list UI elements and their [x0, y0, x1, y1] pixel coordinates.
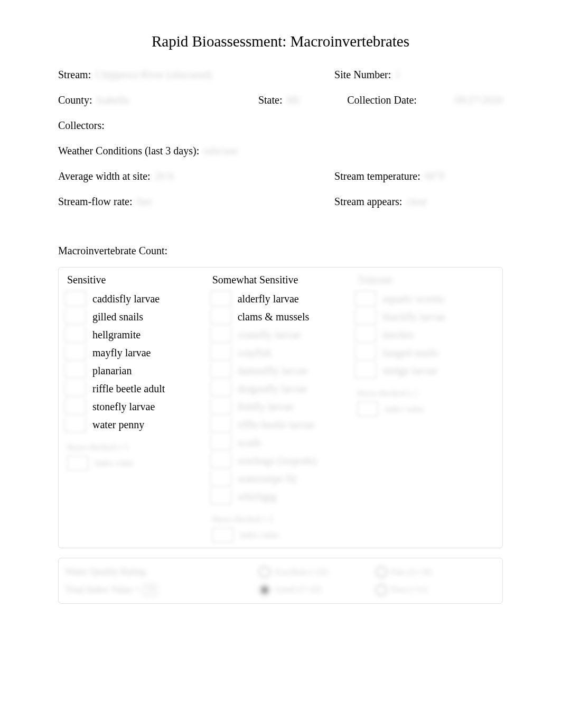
species-count-box[interactable]	[210, 363, 231, 379]
species-name: riffle beetle adult	[92, 382, 165, 395]
species-count-box[interactable]	[210, 471, 231, 486]
species-row: riffle beetle adult	[65, 381, 206, 397]
species-count-box[interactable]	[65, 345, 86, 361]
species-count-box[interactable]	[210, 381, 231, 397]
tolerant-column: Tolerant aquatic wormsblackfly larvaelee…	[353, 273, 498, 543]
header-fields: Stream: Chippewa River (obscured) Site N…	[26, 68, 535, 231]
species-count-box[interactable]	[210, 399, 231, 414]
species-count-box[interactable]	[210, 417, 231, 432]
radio-fair[interactable]	[376, 566, 387, 578]
species-count-box[interactable]	[65, 327, 86, 343]
species-count-box[interactable]	[355, 291, 376, 307]
species-row: dragonfly larvae	[210, 381, 351, 397]
radio-good[interactable]	[259, 584, 270, 596]
species-count-box[interactable]	[65, 363, 86, 379]
radio-poor[interactable]	[376, 584, 387, 596]
collectors-label: Collectors:	[58, 118, 105, 132]
species-count-box[interactable]	[65, 399, 86, 414]
species-name: gilled snails	[92, 310, 143, 324]
somewhat-list: alderfly larvaeclams & musselscranefly l…	[210, 291, 351, 504]
species-count-box[interactable]	[65, 309, 86, 325]
species-count-box[interactable]	[210, 345, 231, 361]
species-name: whirligig	[238, 490, 276, 503]
species-row: mayfly larvae	[65, 345, 206, 361]
species-row: water penny	[65, 417, 206, 432]
species-count-box[interactable]	[65, 417, 86, 432]
species-count-box[interactable]	[210, 327, 231, 343]
species-name: midge larvae	[382, 364, 437, 377]
species-count-box[interactable]	[355, 345, 376, 361]
species-row: planarian	[65, 363, 206, 379]
radio-excellent[interactable]	[259, 566, 270, 578]
species-row: watersnipe fly	[210, 471, 351, 486]
state-label: State:	[258, 93, 283, 107]
species-row: crayfish	[210, 345, 351, 361]
county-label: County:	[58, 93, 92, 107]
avg-width-value[interactable]: 20 ft	[155, 169, 174, 183]
tolerant-calc: #taxa checked x 1	[355, 388, 496, 399]
species-row: lunged snails	[355, 345, 496, 361]
somewhat-header: Somewhat Sensitive	[210, 273, 351, 287]
species-row: whirligig	[210, 489, 351, 504]
species-name: hellgramite	[92, 328, 141, 342]
species-name: clams & mussels	[238, 310, 310, 324]
county-value[interactable]: Isabella	[96, 93, 129, 107]
species-name: dragonfly larvae	[238, 382, 307, 395]
species-count-box[interactable]	[210, 453, 231, 468]
somewhat-calc: #taxa checked x 2	[210, 514, 351, 525]
species-row: sowbugs (isopods)	[210, 453, 351, 468]
species-row: aquatic worms	[355, 291, 496, 307]
flow-rate-label: Stream-flow rate:	[58, 195, 133, 208]
somewhat-index-label: index value	[240, 530, 279, 541]
stream-appears-value[interactable]: clear	[406, 195, 427, 208]
species-count-box[interactable]	[210, 309, 231, 325]
species-row: caddisfly larvae	[65, 291, 206, 307]
species-count-box[interactable]	[210, 489, 231, 504]
opt-fair: Fair (11-16)	[391, 567, 432, 578]
species-name: lunged snails	[382, 346, 438, 360]
state-value[interactable]: MI	[286, 93, 299, 107]
somewhat-index-box[interactable]	[212, 528, 233, 542]
page-title: Rapid Bioassessment: Macroinvertebrates	[26, 32, 535, 52]
species-row: midge larvae	[355, 363, 496, 379]
species-count-box[interactable]	[210, 291, 231, 307]
stream-label: Stream:	[58, 68, 91, 81]
total-index-text: Total Index Value =	[65, 584, 140, 596]
stream-temp-value[interactable]: 60°F	[425, 169, 445, 183]
collection-date-value[interactable]: 09/27/2020	[455, 93, 503, 107]
stream-value[interactable]: Chippewa River (obscured)	[95, 68, 212, 81]
sensitive-list: caddisfly larvaegilled snailshellgramite…	[65, 291, 206, 432]
weather-value[interactable]: rain/sun	[203, 144, 237, 158]
species-count-box[interactable]	[210, 435, 231, 450]
total-index-value[interactable]: 18	[143, 584, 157, 596]
flow-rate-value[interactable]: fast	[137, 195, 152, 208]
species-name: water penny	[92, 418, 144, 431]
species-name: caddisfly larvae	[92, 292, 160, 306]
species-name: watersnipe fly	[238, 472, 298, 485]
opt-good: Good (17-22)	[275, 584, 321, 595]
species-name: alderfly larvae	[238, 292, 299, 306]
sensitive-index-box[interactable]	[67, 456, 88, 471]
site-number-label: Site Number:	[334, 68, 391, 81]
species-count-box[interactable]	[355, 363, 376, 379]
species-count-box[interactable]	[65, 291, 86, 307]
species-count-box[interactable]	[355, 309, 376, 325]
rating-box: Water Quality Rating Excellent (>22) Fai…	[58, 558, 503, 604]
species-name: cranefly larvae	[238, 328, 301, 342]
form-page: Rapid Bioassessment: Macroinvertebrates …	[26, 32, 535, 604]
tolerant-index-box[interactable]	[357, 402, 378, 417]
count-section-title: Macroinvertebrate Count:	[26, 244, 535, 257]
species-name: damselfly larvae	[238, 364, 308, 377]
site-number-value[interactable]: 1	[395, 68, 400, 81]
species-name: crayfish	[238, 346, 272, 360]
species-row: fishfly larvae	[210, 399, 351, 414]
species-row: gilled snails	[65, 309, 206, 325]
stream-temp-label: Stream temperature:	[334, 169, 420, 183]
species-count-box[interactable]	[65, 381, 86, 397]
species-name: fishfly larvae	[238, 400, 294, 413]
somewhat-column: Somewhat Sensitive alderfly larvaeclams …	[208, 273, 353, 543]
species-count-box[interactable]	[355, 327, 376, 343]
species-row: riffle beetle larvae	[210, 417, 351, 432]
count-table: Sensitive caddisfly larvaegilled snailsh…	[58, 267, 503, 549]
opt-excellent: Excellent (>22)	[275, 567, 328, 578]
